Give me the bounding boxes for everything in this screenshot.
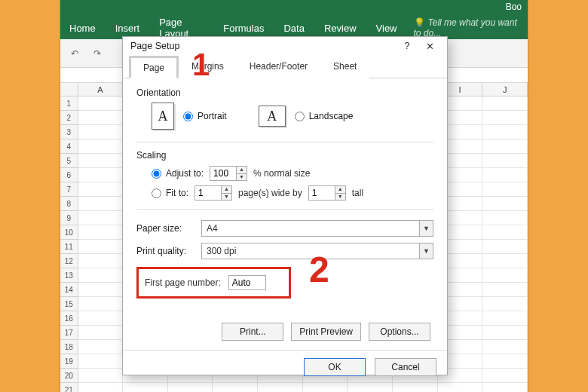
cell[interactable]	[78, 125, 124, 139]
fit-wide-value[interactable]	[195, 186, 221, 200]
cell[interactable]	[78, 311, 124, 326]
radio-adjust-to[interactable]: Adjust to:	[152, 168, 204, 179]
row-header[interactable]: 5	[60, 154, 78, 168]
cell[interactable]	[482, 340, 528, 354]
row-header[interactable]: 2	[60, 111, 78, 125]
cell[interactable]	[78, 211, 124, 225]
row-header[interactable]: 11	[60, 240, 78, 254]
spinner-up-icon[interactable]: ▲	[335, 186, 345, 194]
cell[interactable]	[78, 240, 124, 254]
cell[interactable]	[482, 197, 528, 211]
ribbon-tab-data[interactable]: Data	[280, 18, 307, 38]
row-header[interactable]: 13	[60, 268, 78, 283]
row-header[interactable]: 8	[60, 197, 78, 211]
options-button[interactable]: Options...	[369, 323, 430, 341]
radio-portrait[interactable]: Portrait	[183, 111, 227, 121]
cell[interactable]	[482, 354, 528, 369]
cell[interactable]	[78, 340, 124, 354]
row-header[interactable]: 9	[60, 211, 78, 225]
row-header[interactable]: 3	[60, 125, 78, 139]
radio-portrait-input[interactable]	[183, 112, 193, 121]
cell[interactable]	[78, 354, 124, 369]
cell[interactable]	[78, 254, 124, 268]
tab-sheet[interactable]: Sheet	[320, 56, 369, 78]
cell[interactable]	[482, 297, 528, 311]
print-preview-button[interactable]: Print Preview	[291, 323, 361, 341]
cell[interactable]	[78, 326, 124, 340]
cell[interactable]	[438, 383, 483, 392]
row-header[interactable]: 20	[60, 369, 78, 383]
cancel-button[interactable]: Cancel	[375, 358, 436, 376]
cell[interactable]	[482, 383, 528, 392]
cell[interactable]	[482, 154, 528, 168]
spinner-down-icon[interactable]: ▼	[335, 194, 345, 201]
fit-tall-spinner[interactable]: ▲▼	[308, 185, 346, 201]
spinner-down-icon[interactable]: ▼	[222, 194, 231, 201]
radio-fit-input[interactable]	[152, 188, 161, 198]
row-header[interactable]: 1	[60, 96, 78, 111]
cell[interactable]	[303, 383, 348, 392]
row-header[interactable]: 15	[60, 297, 78, 311]
cell[interactable]	[78, 168, 124, 182]
row-header[interactable]: 4	[60, 139, 78, 154]
cell[interactable]	[78, 283, 124, 297]
print-quality-combo[interactable]: 300 dpi ▼	[201, 243, 433, 259]
cell[interactable]	[258, 383, 303, 392]
tab-page[interactable]: Page	[129, 56, 179, 78]
tab-margins[interactable]: Margins	[179, 56, 237, 78]
cell[interactable]	[78, 225, 124, 240]
cell[interactable]	[213, 383, 258, 392]
row-header[interactable]: 7	[60, 182, 78, 197]
chevron-down-icon[interactable]: ▼	[419, 243, 433, 259]
cell[interactable]	[482, 182, 528, 197]
cell[interactable]	[348, 383, 393, 392]
ribbon-tab-review[interactable]: Review	[321, 18, 360, 38]
row-header[interactable]: 21	[60, 383, 78, 392]
row-header[interactable]: 18	[60, 340, 78, 354]
ribbon-tab-insert[interactable]: Insert	[112, 18, 143, 38]
radio-fit-to[interactable]: Fit to:	[152, 188, 188, 198]
cell[interactable]	[393, 383, 438, 392]
row-header[interactable]: 14	[60, 283, 78, 297]
row-header[interactable]: 19	[60, 354, 78, 369]
cell[interactable]	[78, 111, 124, 125]
cell[interactable]	[482, 125, 528, 139]
adjust-to-value[interactable]	[210, 167, 236, 180]
col-header[interactable]: A	[78, 83, 124, 96]
tab-header-footer[interactable]: Header/Footer	[237, 56, 320, 78]
col-header[interactable]: J	[482, 83, 528, 96]
cell[interactable]	[482, 311, 528, 326]
cell[interactable]	[482, 268, 528, 283]
undo-icon[interactable]: ↶	[66, 45, 83, 62]
cell[interactable]	[78, 96, 124, 111]
radio-landscape[interactable]: Landscape	[295, 111, 354, 121]
cell[interactable]	[482, 283, 528, 297]
cell[interactable]	[482, 225, 528, 240]
row-header[interactable]: 10	[60, 225, 78, 240]
cell[interactable]	[482, 326, 528, 340]
cell[interactable]	[78, 197, 124, 211]
cell[interactable]	[78, 297, 124, 311]
tell-me[interactable]: 💡Tell me what you want to do...	[414, 17, 522, 38]
fit-tall-value[interactable]	[309, 186, 335, 200]
cell[interactable]	[78, 154, 124, 168]
first-page-input[interactable]	[228, 275, 266, 290]
cell[interactable]	[482, 111, 528, 125]
paper-size-combo[interactable]: A4 ▼	[201, 220, 433, 237]
row-header[interactable]: 16	[60, 311, 78, 326]
redo-icon[interactable]: ↷	[89, 45, 106, 62]
ribbon-tab-view[interactable]: View	[373, 18, 400, 38]
ribbon-tab-home[interactable]: Home	[66, 18, 99, 38]
cell[interactable]	[168, 383, 213, 392]
spinner-up-icon[interactable]: ▲	[222, 186, 231, 194]
row-header[interactable]: 12	[60, 254, 78, 268]
spinner-down-icon[interactable]: ▼	[237, 174, 247, 181]
fit-wide-spinner[interactable]: ▲▼	[194, 185, 232, 201]
cell[interactable]	[482, 369, 528, 383]
cell[interactable]	[482, 211, 528, 225]
row-header[interactable]: 6	[60, 168, 78, 182]
cell[interactable]	[482, 240, 528, 254]
help-button[interactable]: ?	[396, 37, 418, 55]
cell[interactable]	[78, 139, 124, 154]
radio-adjust-input[interactable]	[152, 169, 161, 179]
